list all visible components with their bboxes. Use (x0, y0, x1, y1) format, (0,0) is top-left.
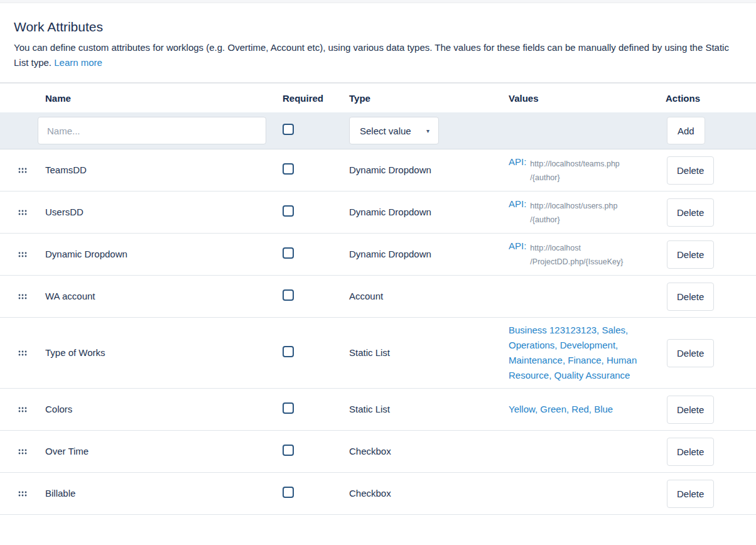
attribute-type: Dynamic Dropdown (349, 165, 431, 175)
drag-handle-icon[interactable] (18, 491, 27, 497)
attribute-values (509, 488, 642, 499)
table-row: WA account Account Delete (0, 276, 756, 318)
column-header-values: Values (509, 93, 666, 104)
new-attribute-required-checkbox[interactable] (283, 124, 294, 135)
table-row: TeamsDD Dynamic Dropdown API:http://loca… (0, 149, 756, 192)
table-row: Dynamic Dropdown Dynamic Dropdown API:ht… (0, 234, 756, 276)
attribute-name: UsersDD (45, 207, 84, 217)
api-label: API: (509, 156, 526, 168)
table-row: Billable Checkbox Delete (0, 473, 756, 515)
static-list-values: Yellow, Green, Red, Blue (509, 404, 613, 414)
delete-button[interactable]: Delete (667, 283, 714, 311)
attribute-type: Static List (349, 347, 390, 358)
api-url: http://localhost/teams.php/{author} (530, 156, 619, 185)
attribute-name: WA account (45, 291, 95, 301)
api-url-line: http://localhost/teams.php (530, 157, 619, 171)
type-select-label: Select value (360, 126, 411, 136)
attribute-values: API:http://localhost/ProjectDD.php/{Issu… (509, 235, 642, 274)
work-attributes-table: Name Required Type Values Actions Select… (0, 82, 756, 515)
static-list-values: Business 123123123, Sales, Operations, D… (509, 325, 637, 380)
attribute-name: TeamsDD (45, 165, 87, 175)
table-body: TeamsDD Dynamic Dropdown API:http://loca… (0, 149, 756, 515)
api-label: API: (509, 198, 526, 210)
attribute-name: Over Time (45, 446, 89, 456)
delete-button[interactable]: Delete (667, 438, 714, 466)
required-checkbox[interactable] (283, 402, 294, 414)
api-url: http://localhost/ProjectDD.php/{IssueKey… (530, 240, 623, 269)
delete-button[interactable]: Delete (667, 198, 714, 227)
drag-handle-icon[interactable] (18, 210, 27, 215)
delete-button[interactable]: Delete (667, 396, 714, 424)
delete-button[interactable]: Delete (667, 240, 714, 269)
attribute-values: Yellow, Green, Red, Blue (509, 397, 642, 422)
chevron-down-icon: ▾ (426, 127, 429, 134)
drag-handle-icon[interactable] (18, 294, 27, 299)
new-attribute-type-select[interactable]: Select value▾ (349, 117, 439, 144)
attribute-name: Billable (45, 488, 75, 499)
api-url-line: http://localhost (530, 241, 623, 255)
drag-handle-icon[interactable] (18, 449, 27, 455)
new-attribute-row: Select value▾ Add (0, 112, 756, 149)
api-url-line: http://localhost/users.php (530, 199, 617, 213)
table-row: Over Time Checkbox Delete (0, 431, 756, 473)
attribute-type: Dynamic Dropdown (349, 207, 431, 217)
attribute-values (509, 291, 642, 301)
attribute-values: API:http://localhost/teams.php/{author} (509, 151, 642, 190)
attribute-values: Business 123123123, Sales, Operations, D… (509, 318, 642, 388)
delete-button[interactable]: Delete (667, 156, 714, 185)
table-row: UsersDD Dynamic Dropdown API:http://loca… (0, 192, 756, 234)
attribute-type: Checkbox (349, 488, 391, 499)
drag-handle-icon[interactable] (18, 168, 27, 173)
table-row: Colors Static List Yellow, Green, Red, B… (0, 389, 756, 431)
page-title: Work Attributes (14, 19, 742, 35)
required-checkbox[interactable] (283, 346, 294, 357)
required-checkbox[interactable] (283, 163, 294, 175)
required-checkbox[interactable] (283, 247, 294, 259)
top-section-divider (0, 0, 756, 3)
attribute-type: Dynamic Dropdown (349, 249, 431, 259)
api-url: http://localhost/users.php/{author} (530, 198, 617, 227)
required-checkbox[interactable] (283, 445, 294, 456)
attribute-values: API:http://localhost/users.php/{author} (509, 193, 642, 232)
column-header-actions: Actions (666, 93, 756, 104)
learn-more-link[interactable]: Learn more (54, 57, 102, 68)
attribute-type: Static List (349, 404, 390, 414)
attribute-name: Colors (45, 404, 72, 414)
attribute-values (509, 446, 642, 456)
drag-handle-icon[interactable] (18, 252, 27, 257)
table-header-row: Name Required Type Values Actions (0, 82, 756, 112)
drag-handle-icon[interactable] (18, 350, 27, 356)
required-checkbox[interactable] (283, 205, 294, 217)
table-row: Type of Works Static List Business 12312… (0, 318, 756, 389)
column-header-required: Required (283, 93, 349, 104)
column-header-type: Type (349, 93, 509, 104)
api-url-line: /ProjectDD.php/{IssueKey} (530, 255, 623, 269)
page-description: You can define custom attributes for wor… (14, 40, 739, 70)
attribute-type: Account (349, 291, 383, 301)
column-header-name: Name (45, 93, 283, 104)
delete-button[interactable]: Delete (667, 339, 714, 367)
drag-handle-icon[interactable] (18, 407, 27, 413)
api-url-line: /{author} (530, 171, 619, 185)
description-text: You can define custom attributes for wor… (14, 42, 729, 68)
required-checkbox[interactable] (283, 289, 294, 301)
add-button[interactable]: Add (667, 117, 705, 144)
api-label: API: (509, 240, 526, 252)
new-attribute-name-input[interactable] (38, 117, 266, 144)
attribute-type: Checkbox (349, 446, 391, 456)
delete-button[interactable]: Delete (667, 480, 714, 508)
attribute-name: Dynamic Dropdown (45, 249, 127, 259)
attribute-name: Type of Works (45, 347, 105, 358)
required-checkbox[interactable] (283, 487, 294, 498)
api-url-line: /{author} (530, 213, 617, 227)
